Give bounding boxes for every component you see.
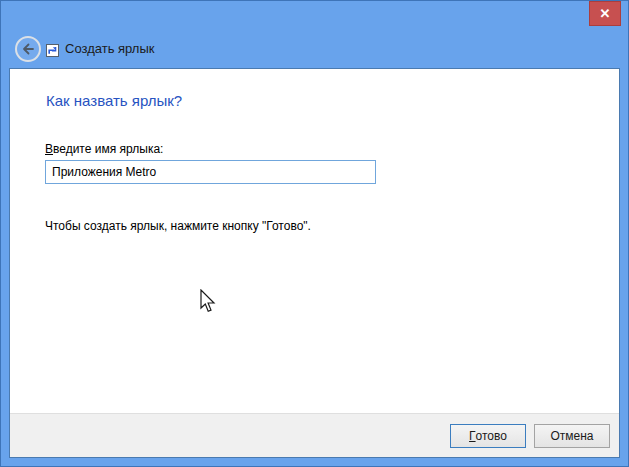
- finish-button[interactable]: Готово: [450, 424, 526, 448]
- wizard-page-content: Как назвать ярлык? Введите имя ярлыка: Ч…: [10, 69, 619, 413]
- shortcut-name-input[interactable]: [45, 160, 376, 184]
- shortcut-overlay-icon: [46, 43, 59, 56]
- instruction-text: Чтобы создать ярлык, нажмите кнопку "Гот…: [45, 219, 311, 233]
- shortcut-name-label: Введите имя ярлыка:: [45, 142, 163, 156]
- mouse-cursor-icon: [197, 289, 217, 319]
- titlebar-drag-region[interactable]: [1, 1, 628, 31]
- wizard-title: Создать ярлык: [65, 41, 154, 56]
- close-icon: ✕: [600, 6, 611, 21]
- close-button[interactable]: ✕: [589, 1, 621, 26]
- wizard-footer: Готово Отмена: [10, 413, 619, 457]
- wizard-panel: Как назвать ярлык? Введите имя ярлыка: Ч…: [9, 68, 620, 458]
- cancel-button[interactable]: Отмена: [534, 424, 610, 448]
- create-shortcut-wizard-window: ✕ Создать ярлык Как назвать ярлык? Введи…: [0, 0, 629, 467]
- back-arrow-icon: [20, 41, 36, 57]
- back-button[interactable]: [15, 36, 41, 62]
- page-heading: Как назвать ярлык?: [46, 92, 182, 109]
